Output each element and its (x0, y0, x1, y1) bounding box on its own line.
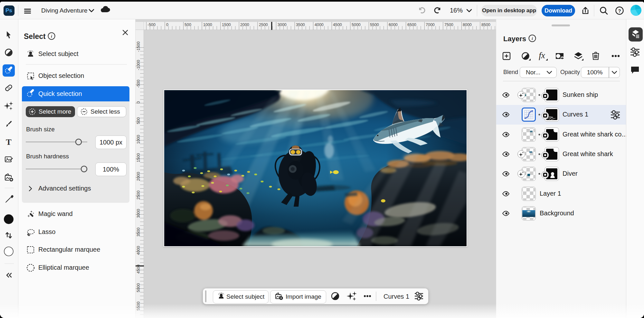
svg-text:500: 500 (136, 117, 141, 124)
svg-text:4500: 4500 (136, 265, 141, 274)
svg-text:0: 0 (166, 23, 168, 27)
svg-text:6500: 6500 (407, 23, 416, 27)
svg-text:2500: 2500 (136, 191, 141, 200)
svg-text:?: ? (618, 8, 621, 14)
svg-text:2000: 2000 (240, 23, 249, 27)
svg-text:T: T (6, 137, 11, 147)
svg-text:5500: 5500 (136, 302, 141, 311)
svg-text:8500: 8500 (481, 23, 490, 27)
svg-text:4000: 4000 (136, 246, 141, 255)
svg-text:3500: 3500 (136, 228, 141, 237)
svg-text:2000: 2000 (136, 172, 141, 181)
svg-text:1000: 1000 (136, 135, 141, 144)
svg-text:7500: 7500 (444, 23, 453, 27)
svg-text:0: 0 (136, 101, 141, 103)
svg-text:4000: 4000 (315, 23, 324, 27)
svg-text:8000: 8000 (463, 23, 472, 27)
svg-text:-1500: -1500 (136, 42, 141, 52)
svg-text:-1000: -1000 (136, 60, 141, 70)
svg-text:3000: 3000 (136, 209, 141, 218)
svg-text:2500: 2500 (259, 23, 268, 27)
svg-text:3000: 3000 (278, 23, 287, 27)
svg-text:1500: 1500 (222, 23, 231, 27)
svg-text:-500: -500 (147, 23, 156, 27)
svg-text:4500: 4500 (333, 23, 342, 27)
svg-text:6000: 6000 (389, 23, 398, 27)
svg-text:7000: 7000 (426, 23, 435, 27)
svg-text:3500: 3500 (296, 23, 305, 27)
svg-text:1500: 1500 (136, 153, 141, 162)
svg-text:1000: 1000 (203, 23, 212, 27)
svg-text:-500: -500 (136, 80, 141, 88)
svg-text:500: 500 (185, 23, 191, 27)
svg-text:5000: 5000 (352, 23, 361, 27)
svg-text:5000: 5000 (136, 283, 141, 292)
svg-text:5500: 5500 (370, 23, 379, 27)
